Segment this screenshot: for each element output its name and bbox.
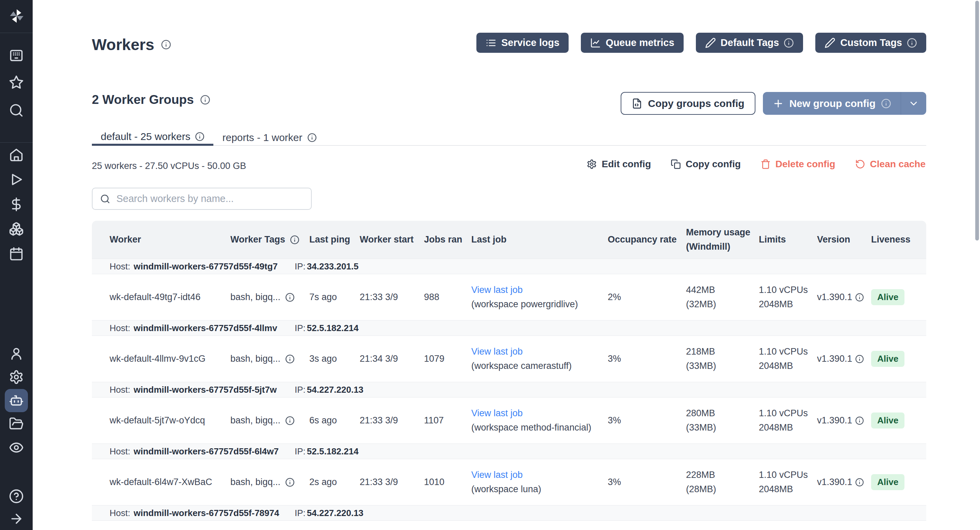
view-last-job-link[interactable]: View last job (471, 284, 578, 296)
default-tags-button[interactable]: Default Tags (696, 33, 803, 53)
search-input[interactable] (116, 188, 311, 209)
star-icon[interactable] (9, 75, 24, 90)
info-icon[interactable] (855, 293, 864, 302)
dollar-icon[interactable] (9, 197, 24, 212)
settings-gear-icon[interactable] (9, 370, 24, 385)
worker-start: 21:33 3/9 (360, 274, 398, 320)
view-last-job-link[interactable]: View last job (471, 346, 572, 357)
new-group-config-button[interactable]: New group config (763, 92, 926, 115)
worker-groups-heading: 2 Worker Groups (92, 93, 210, 107)
refresh-icon (855, 159, 865, 169)
home-icon[interactable] (9, 147, 24, 163)
info-icon[interactable] (855, 416, 864, 425)
search-icon (100, 194, 110, 204)
apps-icon[interactable] (9, 48, 24, 63)
new-group-config-dropdown[interactable] (901, 98, 926, 109)
users-icon[interactable] (9, 346, 24, 361)
queue-metrics-button[interactable]: Queue metrics (581, 33, 683, 53)
view-last-job-link[interactable]: View last job (471, 408, 592, 419)
folder-open-icon[interactable] (9, 416, 24, 431)
help-icon[interactable] (9, 489, 24, 504)
service-logs-button[interactable]: Service logs (476, 33, 569, 53)
info-icon[interactable] (200, 95, 210, 105)
host-name: windmill-workers-67757d55f-78974 (134, 508, 279, 519)
resources-boxes-icon[interactable] (9, 221, 24, 236)
tab-reports[interactable]: reports - 1 worker (213, 129, 325, 146)
custom-tags-button[interactable]: Custom Tags (815, 33, 926, 53)
worker-limits: 1.10 vCPUs2048MB (759, 398, 808, 444)
worker-last-job: View last job(workspace powergridlive) (471, 274, 578, 320)
runs-play-icon[interactable] (9, 172, 24, 187)
info-icon[interactable] (285, 354, 295, 364)
copy-config-button[interactable]: Copy config (671, 159, 741, 170)
worker-last-job: View last job(workspace luna) (471, 459, 541, 505)
info-icon (307, 133, 317, 142)
worker-version: v1.390.1 (817, 459, 864, 505)
copy-groups-config-label: Copy groups config (648, 98, 744, 109)
col-worker-start: Worker start (360, 221, 414, 259)
worker-last-ping: 7s ago (309, 274, 337, 320)
pen-icon (705, 37, 716, 48)
worker-groups-heading-text: 2 Worker Groups (92, 93, 194, 107)
col-occupancy: Occupancy rate (608, 221, 677, 259)
alive-badge: Alive (871, 289, 904, 305)
pen-icon (824, 37, 835, 48)
edit-config-button[interactable]: Edit config (587, 159, 651, 170)
worker-occupancy: 3% (608, 459, 621, 505)
sidebar-divider (0, 33, 33, 33)
worker-start: 21:33 3/9 (360, 398, 398, 444)
expand-sidebar-arrow-icon[interactable] (9, 511, 24, 526)
vertical-scrollbar[interactable] (975, 1, 979, 241)
info-icon (881, 99, 891, 109)
eye-icon[interactable] (9, 440, 24, 455)
host-row: Host:windmill-workers-67757d55f-78974 IP… (92, 505, 926, 521)
host-ip: 54.227.220.13 (307, 385, 363, 395)
plus-icon (772, 98, 784, 109)
delete-config-button[interactable]: Delete config (760, 159, 835, 170)
delete-config-label: Delete config (775, 159, 835, 170)
worker-version: v1.390.1 (817, 274, 864, 320)
alive-badge: Alive (871, 412, 904, 428)
schedules-calendar-icon[interactable] (9, 247, 24, 262)
clean-cache-button[interactable]: Clean cache (855, 159, 926, 170)
worker-limits: 1.10 vCPUs2048MB (759, 459, 808, 505)
host-row: Host:windmill-workers-67757d55f-6l4w7 IP… (92, 444, 926, 459)
worker-last-ping: 3s ago (309, 336, 337, 382)
info-icon[interactable] (285, 292, 295, 302)
col-memory: Memory usage(Windmill) (686, 221, 750, 259)
info-icon[interactable] (161, 40, 171, 50)
col-liveness: Liveness (871, 221, 911, 259)
trash-icon (760, 159, 771, 169)
worker-occupancy: 3% (608, 398, 621, 444)
worker-occupancy: 2% (608, 274, 621, 320)
table-header: Worker Worker Tags Last ping Worker star… (92, 221, 926, 259)
tab-default-label: default - 25 workers (101, 131, 190, 142)
worker-jobs-ran: 1010 (424, 459, 444, 505)
info-icon[interactable] (290, 235, 299, 244)
info-icon[interactable] (285, 416, 295, 425)
alive-badge: Alive (871, 474, 904, 490)
service-logs-label: Service logs (501, 37, 559, 48)
search-icon[interactable] (9, 103, 24, 118)
worker-version: v1.390.1 (817, 398, 864, 444)
info-icon[interactable] (855, 478, 864, 487)
worker-liveness: Alive (871, 459, 904, 505)
workers-bot-icon-active[interactable] (5, 389, 28, 412)
default-tags-label: Default Tags (721, 37, 779, 48)
view-last-job-link[interactable]: View last job (471, 469, 541, 481)
copy-groups-config-button[interactable]: Copy groups config (620, 92, 755, 115)
list-icon (485, 37, 496, 48)
custom-tags-label: Custom Tags (840, 37, 902, 48)
host-ip: 34.233.201.5 (307, 261, 359, 272)
worker-jobs-ran: 1079 (424, 336, 444, 382)
header-actions: Service logs Queue metrics Default Tags … (476, 33, 926, 53)
info-icon[interactable] (855, 354, 864, 364)
tab-default[interactable]: default - 25 workers (92, 129, 213, 146)
sidebar-divider (0, 142, 33, 143)
worker-liveness: Alive (871, 336, 904, 382)
worker-name: wk-default-5jt7w-oYdcq (110, 398, 205, 444)
host-row: Host:windmill-workers-67757d55f-49tg7 IP… (92, 259, 926, 274)
info-icon[interactable] (285, 477, 295, 487)
col-worker-tags: Worker Tags (231, 221, 299, 259)
windmill-logo-icon[interactable] (8, 8, 25, 24)
